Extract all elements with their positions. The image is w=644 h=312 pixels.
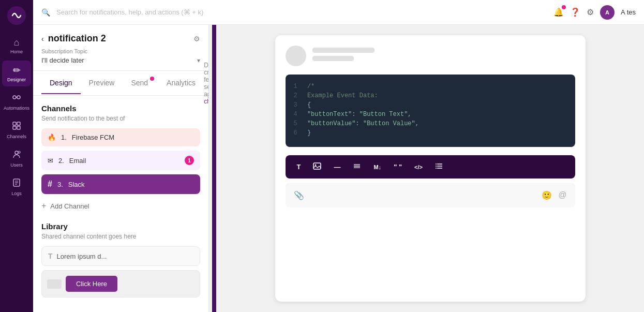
message-avatar bbox=[286, 46, 306, 66]
channel-label: Slack bbox=[68, 181, 85, 188]
tab-analytics[interactable]: Analytics bbox=[158, 72, 204, 94]
sidebar-item-home[interactable]: ⌂ Home bbox=[2, 33, 31, 58]
home-icon: ⌂ bbox=[14, 37, 20, 48]
avatar-name: A tes bbox=[621, 8, 636, 16]
sidebar-item-label: Home bbox=[10, 49, 23, 54]
toolbar-text[interactable]: T bbox=[294, 161, 304, 173]
library-subtitle: Shared channel content goes here bbox=[41, 233, 200, 240]
sidebar-item-users[interactable]: Users bbox=[2, 145, 31, 172]
svg-point-15 bbox=[315, 165, 317, 166]
channel-label: Email bbox=[69, 157, 86, 165]
message-preview: 1 /* 2 Example Event Data: 3 { bbox=[275, 35, 586, 302]
svg-point-8 bbox=[15, 151, 18, 154]
channel-firebase[interactable]: 🔥 1. Firebase FCM bbox=[41, 128, 200, 146]
toolbar-markdown[interactable]: M↓ bbox=[370, 162, 384, 172]
library-section: Library Shared channel content goes here… bbox=[41, 222, 200, 298]
channel-email[interactable]: ✉ 2. Email 1 bbox=[41, 151, 200, 170]
app-logo[interactable] bbox=[7, 6, 26, 25]
library-button-item[interactable]: Click Here bbox=[41, 270, 200, 298]
toolbar-link[interactable]: — bbox=[331, 161, 343, 173]
svg-point-9 bbox=[18, 151, 20, 153]
sidebar-item-label: Logs bbox=[11, 191, 22, 196]
code-line-1: 1 /* bbox=[294, 83, 567, 90]
svg-rect-5 bbox=[17, 122, 20, 125]
logs-icon bbox=[12, 178, 21, 190]
editor-toolbar: T — bbox=[286, 155, 575, 179]
tab-design[interactable]: Design bbox=[41, 72, 81, 94]
toolbar-code[interactable]: </> bbox=[411, 162, 426, 172]
notifications-icon[interactable]: 🔔 bbox=[553, 7, 564, 17]
tab-preview[interactable]: Preview bbox=[81, 72, 123, 94]
subscription-dropdown[interactable]: ▾ bbox=[197, 57, 200, 64]
code-line-4: 4 "buttonText": "Button Text", bbox=[294, 111, 567, 118]
sidebar-item-channels[interactable]: Channels bbox=[2, 117, 31, 143]
code-line-3: 3 { bbox=[294, 101, 567, 109]
code-block: 1 /* 2 Example Event Data: 3 { bbox=[286, 75, 575, 147]
subscription-value: I'll decide later bbox=[41, 56, 84, 64]
code-line-5: 5 "buttonValue": "Button Value", bbox=[294, 120, 567, 127]
library-title: Library bbox=[41, 222, 200, 231]
search-icon: 🔍 bbox=[41, 8, 50, 17]
send-badge bbox=[150, 77, 154, 81]
help-icon[interactable]: ❓ bbox=[570, 7, 580, 17]
channel-slack[interactable]: # 3. Slack bbox=[41, 174, 200, 194]
settings-icon[interactable]: ⚙ bbox=[587, 7, 594, 17]
svg-point-1 bbox=[13, 96, 16, 99]
toolbar-list[interactable] bbox=[432, 161, 446, 173]
channel-number: 1. bbox=[61, 133, 67, 141]
svg-point-23 bbox=[436, 166, 437, 167]
svg-point-24 bbox=[436, 168, 437, 169]
emoji-icon[interactable]: 🙂 bbox=[542, 190, 552, 200]
designer-area: 1 /* 2 Example Event Data: 3 { bbox=[216, 25, 644, 312]
channel-number: 3. bbox=[57, 181, 63, 188]
left-panel: ‹ notification 2 ⚙ Subscription Topic I'… bbox=[33, 25, 209, 312]
toolbar-quote[interactable]: " " bbox=[391, 161, 405, 173]
code-line-2: 2 Example Event Data: bbox=[294, 92, 567, 99]
header-actions: 🔔 ❓ ⚙ A A tes bbox=[553, 5, 636, 20]
toolbar-divider[interactable] bbox=[350, 161, 364, 173]
sidebar-item-label: Channels bbox=[7, 134, 26, 139]
automations-icon bbox=[12, 93, 21, 105]
email-error-badge: 1 bbox=[185, 156, 194, 165]
designer-icon: ✏ bbox=[13, 65, 21, 76]
email-icon: ✉ bbox=[48, 157, 53, 165]
toolbar-image[interactable] bbox=[310, 160, 324, 173]
main-content: 🔍 Search for notifications, help, and ac… bbox=[33, 0, 644, 312]
channels-section: Channels Send notification to the best o… bbox=[41, 104, 200, 214]
mention-icon[interactable]: @ bbox=[558, 190, 566, 200]
designer-content: 1 /* 2 Example Event Data: 3 { bbox=[216, 25, 644, 312]
add-channel-button[interactable]: + Add Channel bbox=[41, 198, 200, 214]
sidebar-item-label: Automations bbox=[4, 106, 29, 111]
back-button[interactable]: ‹ bbox=[41, 35, 44, 43]
channels-subtitle: Send notification to the best of bbox=[41, 115, 200, 122]
channels-title: Channels bbox=[41, 104, 200, 113]
click-here-button[interactable]: Click Here bbox=[66, 276, 117, 292]
channels-icon bbox=[12, 121, 21, 133]
svg-rect-7 bbox=[17, 126, 20, 129]
text-icon: T bbox=[48, 252, 53, 260]
sidebar-item-automations[interactable]: Automations bbox=[2, 88, 31, 115]
name-line-1 bbox=[312, 48, 375, 53]
slack-icon: # bbox=[48, 180, 52, 189]
subscription-label: Subscription Topic bbox=[41, 48, 200, 54]
svg-rect-14 bbox=[313, 163, 321, 169]
firebase-icon: 🔥 bbox=[48, 133, 56, 141]
name-line-2 bbox=[312, 56, 354, 61]
panel-settings-icon[interactable]: ⚙ bbox=[193, 35, 200, 43]
avatar[interactable]: A bbox=[600, 5, 615, 20]
sidebar-item-designer[interactable]: ✏ Designer bbox=[2, 61, 31, 86]
message-name-lines bbox=[312, 48, 575, 64]
designer-wrapper: 1 /* 2 Example Event Data: 3 { bbox=[212, 25, 644, 312]
search-placeholder: Search for notifications, help, and acti… bbox=[56, 8, 203, 16]
body-area: ‹ notification 2 ⚙ Subscription Topic I'… bbox=[33, 25, 644, 312]
designer-border bbox=[212, 25, 216, 312]
library-item-label: Lorem ipsum d... bbox=[57, 252, 107, 260]
add-channel-label: Add Channel bbox=[50, 202, 89, 210]
users-icon bbox=[12, 150, 21, 161]
search-box[interactable]: Search for notifications, help, and acti… bbox=[56, 8, 547, 16]
library-text-item[interactable]: T Lorem ipsum d... bbox=[41, 246, 200, 266]
attachment-icon[interactable]: 📎 bbox=[294, 190, 304, 200]
tab-send[interactable]: Send bbox=[123, 72, 158, 94]
sidebar-item-logs[interactable]: Logs bbox=[2, 174, 31, 200]
notification-title: notification 2 bbox=[48, 33, 106, 44]
